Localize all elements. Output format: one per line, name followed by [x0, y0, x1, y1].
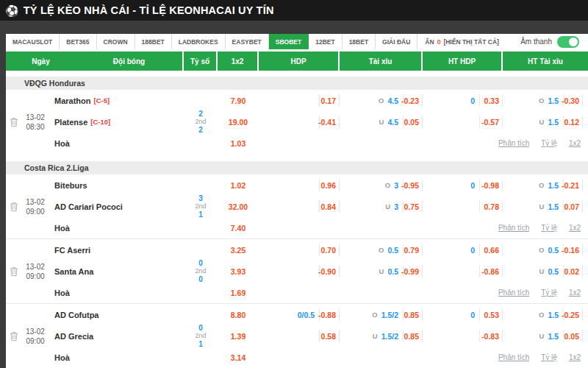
1x2-link[interactable]: 1x2: [569, 139, 581, 147]
hide-label: ẨN: [425, 38, 434, 46]
tab-macauslot[interactable]: MACAUSLOT: [6, 34, 60, 49]
tab-ladbrokes[interactable]: LADBROKES: [172, 34, 226, 49]
trash-icon[interactable]: [6, 90, 22, 154]
ht-hdp-line: 0: [423, 90, 479, 111]
ht-over-under-line: O0.5: [503, 239, 563, 261]
tab-18bet[interactable]: 18BET: [343, 34, 376, 49]
trash-icon[interactable]: [6, 239, 22, 303]
away-team-name: AD Grecia: [49, 325, 184, 347]
hdp-line: 0/0.5: [259, 304, 319, 325]
ht-hdp-odds: 0.33: [479, 90, 503, 111]
match-links: Phân tíchTỷ lệ1x2: [259, 347, 583, 368]
1x2-odds: 8.80: [218, 304, 259, 325]
over-under-odds: 0.85: [403, 304, 423, 325]
tab-sbobet[interactable]: SBOBET: [269, 34, 309, 49]
hdp-odds: -0.41: [319, 111, 340, 132]
header-over-under: Tài xỉu: [340, 52, 421, 71]
hdp-odds: 0.84: [319, 196, 340, 217]
1x2-odds: 7.90: [218, 90, 259, 111]
away-team-name: Platense[C-10]: [49, 111, 184, 132]
ht-over-under-odds: 0.07: [563, 196, 583, 217]
live-score: 02nd1: [184, 304, 218, 368]
away-team-name: AD Cariari Pococi: [49, 196, 184, 217]
1x2-odds: 3.93: [218, 261, 259, 282]
match-links: Phân tíchTỷ lệ1x2: [259, 282, 583, 303]
home-team-name: Marathon[C-5]: [49, 90, 184, 111]
match-links: Phân tíchTỷ lệ1x2: [259, 132, 583, 154]
draw-1x2-odds: 1.03: [218, 132, 259, 154]
live-score: 22nd2: [184, 90, 218, 154]
analysis-link[interactable]: Phân tích: [498, 289, 529, 297]
hdp-line: [259, 261, 319, 282]
ht-hdp-odds: 0.66: [479, 239, 503, 261]
tab-easybet[interactable]: EASYBET: [226, 34, 269, 49]
ht-over-under-line: U0.5: [503, 261, 563, 282]
match-datetime: 13-0209:00: [22, 239, 49, 303]
hdp-line: [259, 111, 319, 132]
1x2-link[interactable]: 1x2: [569, 224, 581, 232]
match-datetime: 13-0208:30: [22, 90, 49, 154]
hdp-line: [259, 196, 319, 217]
analysis-link[interactable]: Phân tích: [498, 353, 529, 361]
match-datetime: 13-0209:00: [22, 304, 49, 368]
ht-hdp-line: [423, 325, 479, 347]
1x2-link[interactable]: 1x2: [569, 289, 581, 297]
draw-1x2-odds: 7.40: [218, 217, 259, 238]
header-hdp: HDP: [259, 52, 338, 71]
ht-hdp-line: 0: [423, 304, 479, 325]
spacer: [6, 71, 588, 77]
away-team-name: Santa Ana: [49, 261, 184, 282]
ht-over-under-line: O1.5: [503, 90, 563, 111]
odds-panel: MACAUSLOTBET365CROWN188BETLADBROKESEASYB…: [6, 34, 588, 368]
tab-188bet[interactable]: 188BET: [135, 34, 172, 49]
match-row: 13-0209:0002nd0FC Aserri3.250.70O0.50.79…: [6, 238, 588, 303]
ht-over-under-line: U1.5: [503, 111, 563, 132]
home-team-name: AD Cofutpa: [49, 304, 184, 325]
hdp-line: [259, 174, 319, 196]
draw-1x2-odds: 1.69: [218, 282, 259, 303]
live-score: 32nd1: [184, 174, 218, 238]
tab-12bet[interactable]: 12BET: [309, 34, 342, 49]
ht-hdp-odds: -0.57: [479, 111, 503, 132]
tab-gi-i-u[interactable]: GIẢI ĐẤU: [376, 34, 417, 49]
soccer-ball-icon: ⚽: [5, 5, 19, 16]
ht-over-under-odds: 0.02: [563, 261, 583, 282]
1x2-odds: 1.02: [218, 174, 259, 196]
ht-over-under-odds: 0.05: [563, 325, 583, 347]
match-row: 13-0209:0032nd1Biteburs1.020.96O3-0.950-…: [6, 174, 588, 238]
league-header: Costa Rica 2.Liga: [6, 161, 588, 174]
over-under-line: O3: [340, 174, 403, 196]
draw-label: Hoà: [49, 282, 184, 303]
analysis-link[interactable]: Phân tích: [498, 224, 529, 232]
header-ht-over-under: HT Tài xỉu: [503, 52, 588, 71]
tab-bet365[interactable]: BET365: [60, 34, 96, 49]
header-date-team: Ngày Đội bóng: [6, 52, 182, 71]
sound-label: Âm thanh: [520, 38, 552, 46]
ht-hdp-odds: -0.98: [479, 174, 503, 196]
draw-label: Hoà: [49, 217, 184, 238]
1x2-odds: 32.00: [218, 196, 259, 217]
ht-hdp-odds: -0.83: [479, 325, 503, 347]
odds-table-body: VĐQG Honduras13-0208:3022nd2Marathon[C-5…: [6, 77, 588, 368]
1x2-link[interactable]: 1x2: [569, 353, 581, 361]
hdp-odds: 0.58: [319, 325, 340, 347]
odds-link[interactable]: Tỷ lệ: [541, 353, 557, 361]
sound-toggle[interactable]: [557, 36, 579, 48]
ht-over-under-odds: -0.21: [563, 174, 583, 196]
odds-link[interactable]: Tỷ lệ: [541, 289, 557, 297]
analysis-link[interactable]: Phân tích: [498, 139, 529, 147]
1x2-odds: 19.00: [218, 111, 259, 132]
draw-1x2-odds: 3.14: [218, 347, 259, 368]
show-all-label: [HIỂN THỊ TẤT CẢ]: [443, 38, 499, 46]
tab-crown[interactable]: CROWN: [97, 34, 135, 49]
trash-icon[interactable]: [6, 304, 22, 368]
over-under-odds: -0.95: [403, 174, 423, 196]
odds-link[interactable]: Tỷ lệ: [541, 139, 557, 147]
ht-hdp-odds: 0.78: [479, 196, 503, 217]
hide-matches-toggle[interactable]: ẨN 0 [HIỂN THỊ TẤT CẢ]: [417, 34, 506, 49]
title-bar: ⚽ TỶ LỆ KÈO NHÀ CÁI - TỈ LỆ KEONHACAI UY…: [0, 0, 588, 21]
hdp-odds: 0.70: [319, 239, 340, 261]
home-team-name: FC Aserri: [49, 239, 184, 261]
trash-icon[interactable]: [6, 174, 22, 238]
odds-link[interactable]: Tỷ lệ: [541, 224, 557, 232]
